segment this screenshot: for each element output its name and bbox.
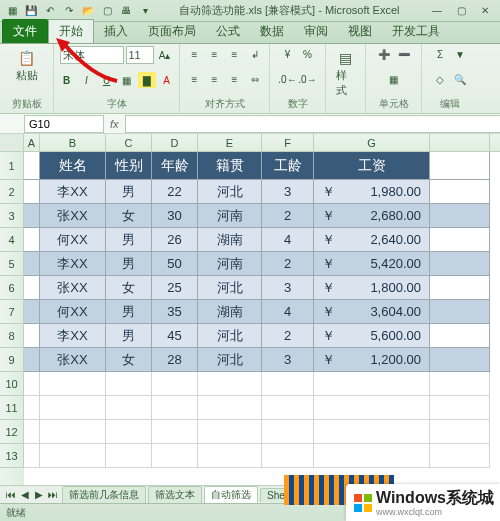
cell-sex[interactable]: 女 (106, 348, 152, 372)
wrap-text-icon[interactable]: ↲ (246, 46, 264, 62)
col-header[interactable]: D (152, 134, 198, 151)
tab-home[interactable]: 开始 (48, 19, 94, 43)
cell-empty[interactable] (430, 372, 490, 396)
cell-sex[interactable]: 男 (106, 300, 152, 324)
percent-icon[interactable]: % (299, 46, 317, 62)
increase-decimal-icon[interactable]: .0← (279, 71, 297, 87)
cell-blank[interactable] (430, 180, 490, 204)
align-left-icon[interactable]: ≡ (186, 71, 204, 87)
tab-view[interactable]: 视图 (338, 20, 382, 43)
cell-empty[interactable] (152, 396, 198, 420)
cell-blank[interactable] (430, 324, 490, 348)
cell-salary[interactable]: ￥1,200.00 (314, 348, 430, 372)
col-header[interactable]: E (198, 134, 262, 151)
qat-open-icon[interactable]: 📂 (80, 3, 96, 19)
cell-blank[interactable] (24, 180, 40, 204)
align-middle-icon[interactable]: ≡ (206, 46, 224, 62)
cell-age[interactable]: 25 (152, 276, 198, 300)
tab-page-layout[interactable]: 页面布局 (138, 20, 206, 43)
fx-icon[interactable]: fx (110, 118, 119, 130)
cell-empty[interactable] (40, 444, 106, 468)
cell-salary[interactable]: ￥5,600.00 (314, 324, 430, 348)
cell-age[interactable]: 26 (152, 228, 198, 252)
autosum-icon[interactable]: Σ (431, 46, 449, 62)
cell-blank[interactable] (24, 228, 40, 252)
cell-name[interactable]: 张XX (40, 348, 106, 372)
table-header[interactable]: 年龄 (152, 152, 198, 180)
qat-print-icon[interactable]: 🖶 (118, 3, 134, 19)
qat-more-icon[interactable]: ▾ (137, 3, 153, 19)
sheet-nav-prev[interactable]: ◀ (18, 489, 32, 500)
cell-name[interactable]: 张XX (40, 276, 106, 300)
col-header[interactable]: C (106, 134, 152, 151)
currency-icon[interactable]: ¥ (279, 46, 297, 62)
cell-salary[interactable]: ￥5,420.00 (314, 252, 430, 276)
sheet-tab[interactable]: 筛选前几条信息 (62, 486, 146, 503)
format-cell-icon[interactable]: ▦ (385, 71, 403, 87)
qat-redo-icon[interactable]: ↷ (61, 3, 77, 19)
cell-name[interactable]: 张XX (40, 204, 106, 228)
cell-empty[interactable] (24, 444, 40, 468)
cell-sex[interactable]: 女 (106, 276, 152, 300)
select-all-corner[interactable] (0, 134, 24, 152)
font-color-icon[interactable]: A (158, 72, 176, 88)
cell-salary[interactable]: ￥2,680.00 (314, 204, 430, 228)
row-header[interactable]: 10 (0, 372, 24, 396)
align-bottom-icon[interactable]: ≡ (226, 46, 244, 62)
col-header[interactable]: B (40, 134, 106, 151)
sheet-tab-active[interactable]: 自动筛选 (204, 486, 258, 503)
cell-salary[interactable]: ￥2,640.00 (314, 228, 430, 252)
cell-empty[interactable] (430, 396, 490, 420)
table-header[interactable]: 姓名 (40, 152, 106, 180)
cell-blank[interactable] (24, 252, 40, 276)
cell-seniority[interactable]: 4 (262, 228, 314, 252)
cell-seniority[interactable]: 2 (262, 204, 314, 228)
cell-blank[interactable] (24, 204, 40, 228)
cell-sex[interactable]: 女 (106, 204, 152, 228)
grow-font-icon[interactable]: A▴ (156, 47, 174, 63)
fill-icon[interactable]: ▼ (451, 46, 469, 62)
sheet-nav-last[interactable]: ⏭ (46, 489, 60, 500)
cell-empty[interactable] (106, 444, 152, 468)
underline-button[interactable]: U (98, 72, 116, 88)
sheet-nav-next[interactable]: ▶ (32, 489, 46, 500)
styles-button[interactable]: ▤ 样式 (332, 46, 360, 100)
cell-empty[interactable] (314, 420, 430, 444)
cell-salary[interactable]: ￥3,604.00 (314, 300, 430, 324)
cell-age[interactable]: 35 (152, 300, 198, 324)
cell-origin[interactable]: 河北 (198, 348, 262, 372)
align-right-icon[interactable]: ≡ (226, 71, 244, 87)
row-header[interactable]: 8 (0, 324, 24, 348)
row-header[interactable]: 1 (0, 152, 24, 180)
cell-empty[interactable] (198, 396, 262, 420)
cell-name[interactable]: 何XX (40, 228, 106, 252)
find-icon[interactable]: 🔍 (451, 71, 469, 87)
cell-empty[interactable] (24, 396, 40, 420)
cell-empty[interactable] (198, 444, 262, 468)
tab-formulas[interactable]: 公式 (206, 20, 250, 43)
cell-blank[interactable] (24, 348, 40, 372)
cell-salary[interactable]: ￥1,800.00 (314, 276, 430, 300)
cell-name[interactable]: 何XX (40, 300, 106, 324)
cell-seniority[interactable]: 4 (262, 300, 314, 324)
bold-button[interactable]: B (58, 72, 76, 88)
cell-empty[interactable] (40, 372, 106, 396)
sheet-tab[interactable]: 筛选文本 (148, 486, 202, 503)
cell-empty[interactable] (262, 420, 314, 444)
cell-empty[interactable] (40, 420, 106, 444)
cell-blank[interactable] (430, 276, 490, 300)
formula-input[interactable] (125, 115, 500, 133)
fill-color-icon[interactable]: ▇ (138, 72, 156, 88)
cell-origin[interactable]: 河北 (198, 276, 262, 300)
cell-sex[interactable]: 男 (106, 228, 152, 252)
row-header[interactable]: 5 (0, 252, 24, 276)
row-header[interactable]: 3 (0, 204, 24, 228)
cell-empty[interactable] (24, 372, 40, 396)
cell-salary[interactable]: ￥1,980.00 (314, 180, 430, 204)
name-box[interactable]: G10 (24, 115, 104, 133)
paste-button[interactable]: 📋 粘贴 (12, 46, 42, 85)
table-header[interactable]: 工资 (314, 152, 430, 180)
border-icon[interactable]: ▦ (118, 72, 136, 88)
insert-cell-icon[interactable]: ➕ (375, 46, 393, 62)
row-header[interactable]: 4 (0, 228, 24, 252)
